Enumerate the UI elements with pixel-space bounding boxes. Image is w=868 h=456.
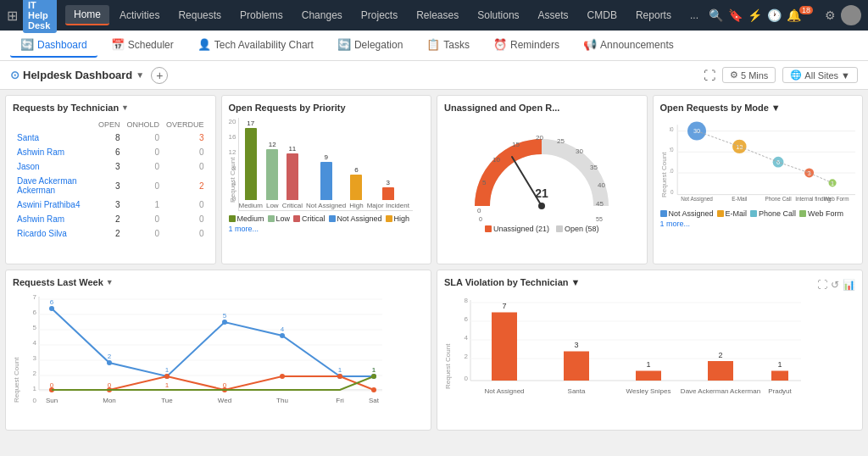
tech-name[interactable]: Ricardo Silva <box>14 227 94 240</box>
bar-label: Low <box>266 203 279 210</box>
tech-name[interactable]: Jason <box>14 160 94 173</box>
legend-item: E-Mail <box>717 209 748 218</box>
dashboard-grid: Requests by Technician ▼ OPEN ONHOLD OVE… <box>0 90 868 456</box>
mode-chevron[interactable]: ▼ <box>771 103 781 113</box>
table-row[interactable]: Dave Ackerman Ackerman 3 0 2 <box>14 175 207 197</box>
svg-text:6: 6 <box>465 315 469 323</box>
sla-chart-icon[interactable]: 📊 <box>843 279 855 291</box>
dashboard-icon: ⊙ <box>10 69 19 81</box>
svg-rect-104 <box>564 352 589 381</box>
refresh-button[interactable]: ⚙ 5 Mins <box>722 67 776 83</box>
legend-item: Not Assigned <box>329 214 382 223</box>
subnav-dashboard[interactable]: 🔄 Dashboard <box>10 33 97 58</box>
mode-title-row: Open Requests by Mode ▼ <box>660 103 856 118</box>
technician-chevron[interactable]: ▼ <box>121 103 129 112</box>
fullscreen-icon[interactable]: ⛶ <box>704 69 715 82</box>
lightning-icon[interactable]: ⚡ <box>748 8 762 22</box>
legend-item: Critical <box>293 214 326 223</box>
table-row[interactable]: Ashwin Ram 6 0 0 <box>14 146 207 158</box>
tech-overdue: 0 <box>164 198 207 211</box>
priority-more-link[interactable]: 1 more... <box>229 225 425 233</box>
legend-dot <box>799 210 806 217</box>
tech-onhold: 0 <box>124 213 162 225</box>
app-logo: IT Help Desk <box>23 0 57 33</box>
nav-solutions[interactable]: Solutions <box>469 6 527 25</box>
subnav-tasks[interactable]: 📋 Tasks <box>416 33 480 58</box>
svg-text:0: 0 <box>33 397 37 404</box>
nav-assets[interactable]: Assets <box>530 6 577 25</box>
svg-text:Santa: Santa <box>568 387 586 395</box>
settings-icon[interactable]: ⚙ <box>825 8 836 22</box>
nav-changes[interactable]: Changes <box>293 6 351 25</box>
widget-title-sla: SLA Violation by Technician ▼ <box>444 277 580 287</box>
subnav-delegation[interactable]: 🔄 Delegation <box>327 33 413 58</box>
subnav-reminders[interactable]: ⏰ Reminders <box>483 33 570 58</box>
tech-name[interactable]: Aswini Prathiba4 <box>14 198 94 211</box>
nav-problems[interactable]: Problems <box>231 6 292 25</box>
dashboard-icon: 🔄 <box>20 38 34 51</box>
col-name <box>14 120 94 130</box>
nav-activities[interactable]: Activities <box>111 6 168 25</box>
tech-name[interactable]: Ashwin Ram <box>14 213 94 225</box>
subnav-announcements[interactable]: 📢 Announcements <box>573 33 684 58</box>
nav-projects[interactable]: Projects <box>353 6 406 25</box>
svg-text:25: 25 <box>557 137 565 145</box>
svg-text:1: 1 <box>646 360 650 369</box>
bar-value: 6 <box>354 166 358 174</box>
mode-more-link[interactable]: 1 more... <box>660 220 856 228</box>
search-icon[interactable]: 🔍 <box>709 8 723 22</box>
site-selector[interactable]: 🌐 All Sites ▼ <box>782 67 858 83</box>
svg-point-12 <box>538 203 545 209</box>
sla-chevron[interactable]: ▼ <box>571 277 581 287</box>
table-row[interactable]: Jason 3 0 0 <box>14 160 207 173</box>
svg-text:0: 0 <box>50 381 54 389</box>
title-chevron[interactable]: ▼ <box>136 70 144 80</box>
sub-navigation: 🔄 Dashboard 📅 Scheduler 👤 Tech Availabil… <box>0 31 868 61</box>
svg-text:10: 10 <box>492 156 500 164</box>
mode-scatter-svg: 30 20 10 0 30 13 6 3 1 <box>670 121 856 206</box>
svg-point-63 <box>49 306 54 311</box>
nav-home[interactable]: Home <box>65 5 109 25</box>
nav-releases[interactable]: Releases <box>408 6 467 25</box>
sla-refresh-icon[interactable]: ↺ <box>831 279 839 291</box>
table-row[interactable]: Ashwin Ram 2 0 0 <box>14 213 207 225</box>
table-row[interactable]: Ricardo Silva 2 0 0 <box>14 227 207 240</box>
avatar[interactable] <box>841 5 861 25</box>
nav-reports[interactable]: Reports <box>627 6 680 25</box>
grid-icon[interactable]: ⊞ <box>7 8 18 24</box>
svg-text:Web Form: Web Form <box>823 196 849 202</box>
svg-rect-101 <box>492 313 517 381</box>
sla-expand-icon[interactable]: ⛶ <box>817 279 827 291</box>
svg-text:8: 8 <box>465 297 469 304</box>
history-icon[interactable]: 🕐 <box>767 8 782 22</box>
svg-text:Fri: Fri <box>336 397 344 404</box>
svg-text:Not Assigned: Not Assigned <box>484 387 524 395</box>
subnav-tech-availability[interactable]: 👤 Tech Availability Chart <box>187 33 324 58</box>
table-row[interactable]: Aswini Prathiba4 3 1 0 <box>14 198 207 211</box>
svg-text:0: 0 <box>223 381 227 389</box>
sla-chart-svg: 8 6 4 2 0 7 Not Assigned 3 Santa <box>453 296 810 406</box>
svg-text:45: 45 <box>596 200 604 208</box>
gauge-legend-open: Open (58) <box>556 225 599 233</box>
svg-text:Wed: Wed <box>218 397 231 404</box>
bookmark-icon[interactable]: 🔖 <box>728 8 743 22</box>
tech-overdue: 0 <box>164 160 207 173</box>
nav-more[interactable]: ... <box>682 6 707 25</box>
tech-name[interactable]: Santa <box>14 131 94 144</box>
svg-text:4: 4 <box>465 334 469 342</box>
legend-dot <box>717 210 724 217</box>
svg-text:10: 10 <box>670 168 674 174</box>
add-dashboard-button[interactable]: + <box>151 67 168 84</box>
svg-text:6: 6 <box>33 309 37 316</box>
subnav-scheduler[interactable]: 📅 Scheduler <box>101 33 184 58</box>
gauge-container: 0 5 10 15 20 25 30 35 40 45 21 0 55 <box>444 118 640 233</box>
svg-point-83 <box>371 387 376 392</box>
tech-name[interactable]: Dave Ackerman Ackerman <box>14 175 94 197</box>
dashboard-header: ⊙ Helpdesk Dashboard ▼ + ⛶ ⚙ 5 Mins 🌐 Al… <box>0 61 868 90</box>
tech-name[interactable]: Ashwin Ram <box>14 146 94 158</box>
last-week-chevron[interactable]: ▼ <box>106 278 114 286</box>
tech-open: 6 <box>96 146 123 158</box>
nav-cmdb[interactable]: CMDB <box>579 6 626 25</box>
table-row[interactable]: Santa 8 0 3 <box>14 131 207 144</box>
nav-requests[interactable]: Requests <box>170 6 230 25</box>
